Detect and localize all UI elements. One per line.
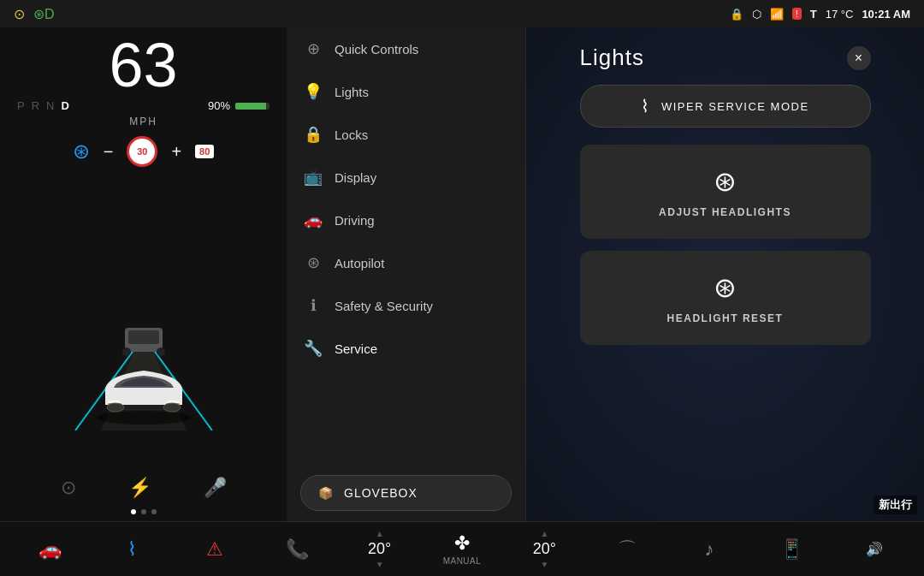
safety-icon: ℹ (304, 296, 323, 315)
close-icon: × (855, 50, 862, 66)
dot-1 (131, 509, 136, 514)
display-icon: 📺 (304, 168, 323, 187)
panel-title: Lights (580, 45, 644, 71)
speed-minus-btn[interactable]: − (104, 142, 114, 162)
battery-bar (235, 103, 270, 110)
adjust-headlights-icon: ⊛ (714, 165, 737, 198)
bottom-alert[interactable]: ⚠ (189, 538, 240, 561)
car-bottom-controls: ⊙ ⚡ 🎤 (0, 466, 287, 509)
bottom-mobile-icon: 📱 (780, 538, 803, 561)
ev-icon: ⊛D (33, 6, 55, 22)
lock-icon: 🔒 (730, 8, 743, 21)
autopilot-icon: ⊛ (304, 253, 323, 272)
panel-header: Lights × (580, 45, 871, 71)
gear-n: N (46, 99, 54, 112)
speed-unit-label: MPH (0, 116, 287, 131)
menu-list: ⊕ Quick Controls 💡 Lights 🔒 Locks 📺 Disp… (287, 27, 525, 465)
bottom-fan-icon: ✤ (454, 532, 470, 555)
steering-icon: ⊛ (73, 140, 90, 163)
lights-icon: 💡 (304, 82, 323, 101)
adjust-headlights-card[interactable]: ⊛ ADJUST HEADLIGHTS (580, 145, 871, 239)
bottom-wipers-icon: ⌇ (127, 538, 137, 561)
speed-display: 63 (109, 34, 177, 96)
menu-item-lights[interactable]: 💡 Lights (287, 70, 525, 113)
bottom-music-icon: ♪ (705, 538, 714, 561)
watermark: 新出行 (874, 496, 917, 514)
bottom-sound[interactable]: 🔊 (849, 541, 900, 557)
right-panel: Lights × ⌇ WIPER SERVICE MODE ⊛ ADJUST H… (526, 27, 924, 521)
alert-icon: ! (792, 8, 802, 20)
driving-label: Driving (335, 213, 375, 228)
bottom-temp-right[interactable]: ▲ 20° ▼ (518, 529, 570, 569)
temp-left-value: 20° (368, 540, 391, 558)
headlight-reset-icon: ⊛ (714, 271, 737, 304)
wiper-icon: ⌇ (641, 96, 651, 116)
menu-item-autopilot[interactable]: ⊛ Autopilot (287, 241, 525, 284)
glovebox-label: GLOVEBOX (344, 486, 418, 500)
tire-icon: ⊙ (14, 6, 25, 22)
bottom-mobile[interactable]: 📱 (766, 538, 817, 561)
bottom-phone-icon: 📞 (286, 538, 309, 561)
wiper-service-label: WIPER SERVICE MODE (661, 100, 809, 113)
battery-pct: 90% (208, 99, 230, 112)
wiper-service-button[interactable]: ⌇ WIPER SERVICE MODE (580, 85, 871, 128)
svg-point-7 (157, 347, 165, 356)
gear-row: P R N D 90% (0, 96, 287, 116)
svg-point-14 (163, 403, 181, 412)
menu-item-driving[interactable]: 🚗 Driving (287, 199, 525, 241)
menu-item-service[interactable]: 🔧 Service (287, 327, 525, 370)
bottom-bar: 🚗 ⌇ ⚠ 📞 ▲ 20° ▼ ✤ MANUAL ▲ 20° ▼ ⌒ ♪ 📱 🔊 (0, 521, 924, 576)
svg-point-8 (97, 411, 191, 425)
glovebox-button[interactable]: 📦 GLOVEBOX (300, 475, 512, 511)
main-content: 63 P R N D 90% MPH ⊛ − 30 + 80 (0, 27, 924, 521)
gear-r: R (32, 99, 39, 112)
battery-fill (235, 103, 266, 110)
battery-row: 90% (208, 99, 270, 112)
bottom-seat[interactable]: ⌒ (601, 537, 653, 562)
menu-item-display[interactable]: 📺 Display (287, 156, 525, 199)
bottom-phone[interactable]: 📞 (271, 538, 323, 561)
bottom-temp-left[interactable]: ▲ 20° ▼ (354, 529, 406, 569)
temp-right-value: 20° (533, 540, 556, 558)
settings-icon[interactable]: ⊙ (61, 477, 76, 499)
menu-item-quick-controls[interactable]: ⊕ Quick Controls (287, 27, 525, 70)
bottom-music[interactable]: ♪ (684, 538, 735, 561)
bluetooth-icon: ⬡ (752, 8, 761, 21)
display-label: Display (335, 170, 376, 185)
clock: 10:21 AM (862, 8, 910, 21)
speed-sign: 80 (195, 145, 214, 158)
bottom-alert-icon: ⚠ (206, 538, 223, 561)
car-svg (24, 208, 264, 431)
menu-item-safety[interactable]: ℹ Safety & Security (287, 284, 525, 327)
driving-icon: 🚗 (304, 211, 323, 229)
speed-plus-btn[interactable]: + (171, 142, 181, 162)
lights-label: Lights (335, 85, 369, 99)
safety-label: Safety & Security (335, 299, 433, 313)
menu-item-locks[interactable]: 🔒 Locks (287, 113, 525, 156)
svg-rect-5 (128, 330, 159, 344)
lightning-icon[interactable]: ⚡ (128, 477, 151, 499)
bottom-fan[interactable]: ✤ MANUAL (436, 532, 488, 566)
headlight-reset-card[interactable]: ⊛ HEADLIGHT RESET (580, 251, 871, 345)
mic-icon[interactable]: 🎤 (204, 477, 227, 499)
gear-p: P (17, 99, 25, 112)
speed-controls: ⊛ − 30 + 80 (0, 131, 287, 172)
quick-controls-label: Quick Controls (335, 42, 418, 56)
bottom-seat-icon: ⌒ (618, 537, 637, 562)
status-right: 🔒 ⬡ 📶 ! T 17 °C 10:21 AM (730, 8, 910, 21)
close-button[interactable]: × (847, 46, 871, 70)
gear-indicators: P R N D (17, 99, 69, 112)
bottom-wipers[interactable]: ⌇ (107, 538, 158, 561)
headlight-reset-label: HEADLIGHT RESET (667, 312, 784, 324)
gear-d: D (61, 99, 68, 112)
signal-icon: 📶 (770, 8, 784, 21)
locks-icon: 🔒 (304, 125, 323, 144)
bottom-car-icon: 🚗 (38, 538, 62, 561)
temperature: 17 °C (826, 8, 854, 21)
service-icon: 🔧 (304, 339, 323, 358)
quick-controls-icon: ⊕ (304, 39, 323, 58)
bottom-sound-icon: 🔊 (866, 541, 883, 557)
tesla-logo: T (810, 8, 817, 21)
bottom-car[interactable]: 🚗 (24, 538, 75, 561)
locks-label: Locks (335, 128, 368, 142)
